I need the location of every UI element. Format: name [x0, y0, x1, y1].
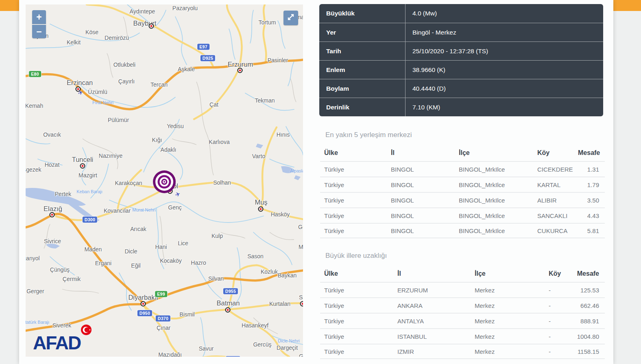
map-city-label: Hasköy — [271, 211, 290, 218]
table-row: TürkiyeERZURUMMerkez-125.53 — [320, 282, 605, 297]
table-cell: 1004.80 — [576, 333, 599, 340]
zoom-in-button[interactable]: + — [32, 10, 46, 24]
road-badge: D370 — [156, 316, 170, 322]
table-cell: 1.31 — [578, 166, 599, 173]
map-city-label: Kurtalan — [269, 301, 290, 307]
table-cell: KARTAL — [537, 181, 578, 188]
table-cell: - — [549, 348, 576, 355]
road-badge: D955 — [223, 288, 238, 294]
table-cell: 5.81 — [578, 227, 599, 234]
road-badge: D380 — [226, 356, 240, 357]
table-cell: Türkiye — [324, 212, 391, 219]
table-row: TürkiyeISTANBULMerkez-1004.80 — [320, 328, 605, 344]
map-city-label: Kovancılar — [104, 207, 131, 214]
map-city-label: Köse — [85, 29, 98, 35]
column-header: İlçe — [475, 270, 549, 277]
map-city-label: Pazaryolu — [172, 5, 198, 11]
map-water-label: Dicle Nehri — [278, 338, 300, 343]
table-cell: BINGOL_MrkIlce — [459, 197, 537, 204]
map-city-label: Kığı — [152, 137, 162, 143]
map-city-label: Erzurum — [228, 61, 253, 68]
map-canvas[interactable]: ŞiranAydıntepeBayburtPazaryoluTortumNarm… — [26, 4, 303, 357]
epicenter-marker[interactable] — [152, 169, 177, 194]
road-badge: D300 — [83, 217, 97, 223]
table-cell: Türkiye — [324, 166, 391, 173]
table-cell: Türkiye — [324, 197, 391, 204]
map-city-label: Solhan — [213, 179, 231, 186]
map-city-label: Gü — [298, 224, 303, 230]
table-row: TürkiyeBINGOLBINGOL_MrkIlceSANCAKLI4.43 — [320, 207, 605, 223]
table-header-row: ÜlkeİlİlçeKöyMesafe — [320, 145, 605, 161]
quake-info-row: YerBingöl - Merkez — [319, 23, 603, 41]
table-cell: 888.91 — [576, 318, 599, 325]
column-header: İlçe — [459, 149, 537, 157]
table-row: TürkiyeBINGOLBINGOL_MrkIlceKARTAL1.79 — [320, 177, 605, 192]
map-city-label: Hani — [155, 244, 167, 250]
map-city-label: Yedisu — [167, 123, 184, 129]
map-city-label: Muş — [255, 198, 267, 206]
map-city-label: Mu — [299, 244, 303, 250]
table-cell: - — [549, 287, 576, 294]
map-city-label: Çınar — [157, 325, 170, 331]
table-cell: Türkiye — [324, 302, 397, 309]
table-cell: CICEKDERE — [537, 166, 578, 173]
table-cell: CUKURCA — [537, 227, 578, 234]
road-badge: E99 — [155, 291, 167, 297]
map-city-label: Kulp — [211, 233, 223, 239]
table-cell: IZMIR — [397, 348, 475, 355]
table-cell: Merkez — [475, 333, 549, 340]
map-water-label: Fırat Nehri — [92, 100, 113, 105]
quake-info-value: 7.10 (KM) — [405, 98, 603, 116]
table-cell: ANTALYA — [397, 318, 475, 325]
table-cell: 1.79 — [578, 181, 599, 188]
quake-info-label: Derinlik — [319, 104, 405, 111]
table-cell: Merkez — [475, 287, 549, 294]
table-cell: ALIBIR — [537, 197, 578, 204]
column-header: Köy — [537, 149, 578, 157]
table-cell: Türkiye — [324, 227, 391, 234]
table-row: TürkiyeANTALYAMerkez-888.91 — [320, 313, 605, 328]
map-city-label: Çayırlı — [118, 78, 135, 85]
turkish-flag-icon — [80, 324, 92, 336]
map-water-label: Keban Barajı — [76, 189, 102, 194]
map-city-label: Kemah — [26, 102, 43, 109]
map-city-label: Demirözü — [105, 35, 129, 41]
column-header: Mesafe — [578, 149, 600, 157]
city-marker-icon — [258, 207, 264, 212]
map-city-label: Savur — [199, 345, 214, 352]
fullscreen-button[interactable] — [283, 11, 298, 25]
map-city-label: Erzincan — [67, 79, 93, 87]
table-cell: BINGOL_MrkIlce — [459, 166, 537, 173]
map-city-label: Aydıntepe — [130, 8, 155, 15]
road-badge: E97 — [197, 44, 209, 50]
map-city-label: Lice — [178, 240, 188, 246]
map-city-label: Sivrice — [44, 238, 61, 244]
map-city-label: Tercan — [150, 81, 168, 88]
column-header: Ülke — [324, 270, 397, 277]
map-city-label: Otlukbeli — [113, 61, 135, 68]
major-city-distances-title: Büyük illere uzaklığı — [320, 252, 605, 260]
table-cell: Türkiye — [324, 181, 391, 188]
quake-info-row: Derinlik7.10 (KM) — [319, 98, 603, 116]
map-city-label: Gercüş — [253, 341, 271, 348]
quake-info-label: Boylam — [319, 85, 405, 92]
table-cell: Türkiye — [324, 333, 397, 340]
map-city-label: Güçlü — [299, 353, 303, 357]
table-cell: ISTANBUL — [397, 333, 475, 340]
quake-info-value: 25/10/2020 - 12:37:28 (TS) — [405, 42, 603, 60]
map-city-label: Bismil — [179, 311, 194, 318]
map-city-label: Hozat — [45, 161, 60, 168]
quake-info-value: 38.9660 (K) — [405, 61, 603, 79]
quake-info-label: Tarih — [319, 48, 405, 55]
city-marker-icon — [141, 301, 146, 307]
zoom-out-button[interactable]: − — [32, 24, 46, 38]
map-city-label: Maden — [85, 246, 102, 253]
map-city-label: Hasankeyf — [242, 322, 268, 329]
quake-info-row: Tarih25/10/2020 - 12:37:28 (TS) — [319, 41, 603, 60]
city-marker-icon — [225, 307, 231, 313]
table-cell: BINGOL — [391, 227, 459, 234]
map-city-label: Hazro — [191, 259, 206, 266]
map-city-label: Sason — [247, 253, 264, 259]
map-city-label: Varto — [252, 153, 265, 159]
column-header: İl — [397, 270, 475, 277]
